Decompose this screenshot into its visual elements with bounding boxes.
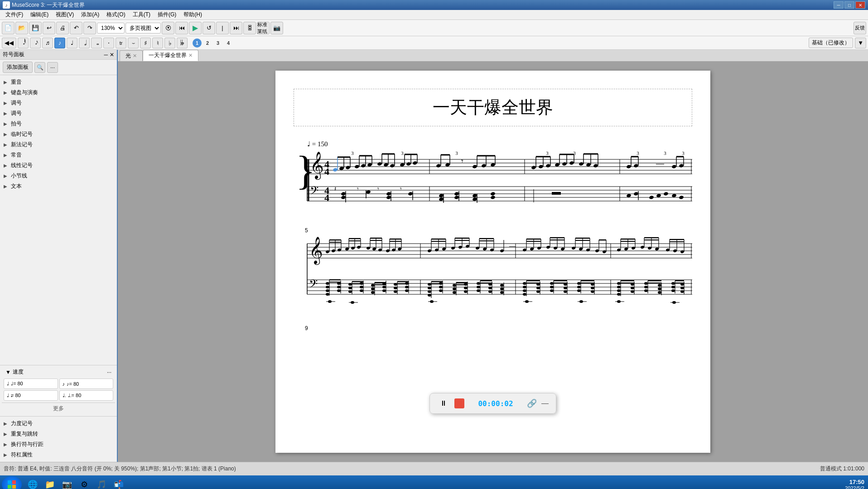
rewind-button[interactable]: ⏮ <box>175 22 188 34</box>
undo-history-button[interactable]: ↩ <box>43 22 55 34</box>
slur-button[interactable]: ⌣ <box>128 38 139 48</box>
tempo-item-4[interactable]: ♩. ♩.= 80 <box>59 390 114 401</box>
tempo-item-3[interactable]: ♩ 𝅗= 80 <box>4 390 58 401</box>
open-file-button[interactable]: 📂 <box>15 22 28 34</box>
recording-more-button[interactable]: — <box>541 399 549 408</box>
voice-2-button[interactable]: 2 <box>203 38 212 48</box>
zoom-select[interactable]: 130% 100% 150% <box>97 23 125 34</box>
note-64th[interactable]: 𝅘𝅥𝅲 <box>18 38 29 48</box>
svg-rect-430 <box>8 485 11 489</box>
double-flat-button[interactable]: 𝄫 <box>177 38 188 48</box>
start-button[interactable] <box>2 476 22 489</box>
tempo-header[interactable]: ▼ 速度 ··· <box>2 367 115 377</box>
sidebar-item-repeat-jump[interactable]: ▶ 重复与跳转 <box>0 429 117 439</box>
svg-point-42 <box>354 164 359 168</box>
note-32nd[interactable]: 𝅘𝅥𝅯 <box>30 38 41 48</box>
sidebar-item-line-break[interactable]: ▶ 换行符与行距 <box>0 439 117 450</box>
voice-toggle-button[interactable]: ◀◀ <box>2 38 16 48</box>
sidebar-item-clef[interactable]: ▶ 调号 <box>0 98 117 108</box>
sidebar-item-linear[interactable]: ▶ 线性记号 <box>0 160 117 171</box>
taskbar-mail-icon[interactable]: 📬 <box>111 476 127 489</box>
mode-more-button[interactable]: ▼ <box>855 38 866 48</box>
menu-plugins[interactable]: 插件(G) <box>154 10 180 19</box>
menu-tools[interactable]: 工具(T) <box>129 10 154 19</box>
menu-edit[interactable]: 编辑(E) <box>27 10 52 19</box>
tab-light[interactable]: 光 ✕ <box>120 50 143 61</box>
sidebar-item-beam-props[interactable]: ▶ 符杠属性 <box>0 450 117 460</box>
note-quarter[interactable]: ♩ <box>67 38 77 48</box>
sidebar-item-dynamics[interactable]: ▶ 力度记号 <box>0 418 117 429</box>
play-button[interactable]: ▶ <box>189 22 202 34</box>
voice-3-button[interactable]: 3 <box>213 38 222 48</box>
voice-1-button[interactable]: 1 <box>193 38 202 48</box>
sidebar-item-new-method[interactable]: ▶ 新法记号 <box>0 139 117 150</box>
voice-4-button[interactable]: 4 <box>224 38 233 48</box>
minimize-button[interactable]: ─ <box>834 1 844 9</box>
tab-score-close[interactable]: ✕ <box>188 53 193 58</box>
close-button[interactable]: ✕ <box>855 1 865 9</box>
svg-point-110 <box>341 195 346 199</box>
svg-point-292 <box>360 286 363 288</box>
sidebar-close-icon[interactable]: ✕ <box>110 52 114 58</box>
feedback-button[interactable]: 反馈 <box>854 22 866 34</box>
note-16th[interactable]: ♬ <box>42 38 53 48</box>
loop-button[interactable]: ↺ <box>203 22 215 34</box>
sidebar-minimize-icon[interactable]: ─ <box>104 52 108 58</box>
maximize-button[interactable]: □ <box>844 1 854 9</box>
toggle-playback-button[interactable]: ⦿ <box>162 22 174 34</box>
taskbar-settings-icon[interactable]: ⚙ <box>76 476 92 489</box>
separator-button[interactable]: | <box>216 22 229 34</box>
tempo-more-icon[interactable]: ··· <box>107 369 111 375</box>
sidebar-item-common-tones[interactable]: ▶ 常音 <box>0 150 117 160</box>
menu-help[interactable]: 帮助(H) <box>180 10 206 19</box>
note-half[interactable]: 𝅗𝅥 <box>79 38 90 48</box>
note-whole[interactable]: 𝅝 <box>91 38 102 48</box>
recording-link-button[interactable]: 🔗 <box>527 398 537 408</box>
standard-paper-button[interactable]: 标准莱纸 <box>257 22 270 34</box>
redo-button[interactable]: ↷ <box>83 22 96 34</box>
add-panel-button[interactable]: 添加面板 <box>3 62 33 73</box>
sidebar-item-barline[interactable]: ▶ 小节线 <box>0 171 117 181</box>
svg-point-262 <box>647 246 651 250</box>
taskbar-photos-icon[interactable]: 📷 <box>59 476 75 489</box>
recording-pause-button[interactable]: ⏸ <box>437 397 450 410</box>
next-button[interactable]: ⏭ <box>230 22 242 34</box>
undo-button[interactable]: ↶ <box>70 22 82 34</box>
note-eighth[interactable]: ♪ <box>54 38 65 48</box>
tempo-more-button[interactable]: 更多 <box>2 403 115 414</box>
recording-stop-button[interactable] <box>454 398 464 408</box>
mixer-button[interactable]: 🎛 <box>243 22 256 34</box>
view-mode-select[interactable]: 多页视图 单页视图 <box>125 23 161 34</box>
natural-button[interactable]: ♮ <box>152 38 163 48</box>
camera-button[interactable]: 📷 <box>270 22 283 34</box>
trill-button[interactable]: tr <box>116 38 126 48</box>
tab-score[interactable]: 一天干爆全世界 ✕ <box>143 50 198 61</box>
tempo-item-1[interactable]: ♩ ♩= 80 <box>4 379 58 389</box>
flat-button[interactable]: ♭ <box>164 38 175 48</box>
taskbar-explorer-icon[interactable]: 📁 <box>42 476 58 489</box>
sidebar-item-key[interactable]: ▶ 调号 <box>0 108 117 119</box>
taskbar-musescore-icon[interactable]: 🎵 <box>93 476 110 489</box>
tab-light-close[interactable]: ✕ <box>133 53 137 59</box>
sidebar-item-accent[interactable]: ▶ 重音 <box>0 77 117 87</box>
sidebar-item-keyboard[interactable]: ▶ 键盘与演奏 <box>0 87 117 98</box>
sidebar-item-time[interactable]: ▶ 拍号 <box>0 119 117 129</box>
sidebar-item-accidentals[interactable]: ▶ 临时记号 <box>0 129 117 139</box>
tree-arrow-clef: ▶ <box>4 101 9 105</box>
menu-file[interactable]: 文件(F) <box>2 10 27 19</box>
print-button[interactable]: 🖨 <box>56 22 69 34</box>
search-button[interactable]: 🔍 <box>34 62 45 73</box>
sidebar-item-text[interactable]: ▶ 文本 <box>0 181 117 192</box>
more-options-button[interactable]: ··· <box>47 62 58 73</box>
menu-format[interactable]: 格式(O) <box>103 10 129 19</box>
mode-dropdown[interactable]: 基础（已修改） <box>809 38 853 48</box>
score-area[interactable]: 一天干爆全世界 ♩ = 150 } <box>118 62 868 462</box>
menu-add[interactable]: 添加(A) <box>77 10 103 19</box>
save-button[interactable]: 💾 <box>29 22 42 34</box>
tempo-item-2[interactable]: ♪ ♪= 80 <box>59 379 114 389</box>
augmentation-dot[interactable]: · <box>103 38 114 48</box>
menu-view[interactable]: 视图(V) <box>52 10 77 19</box>
taskbar-ie-icon[interactable]: 🌐 <box>24 476 41 489</box>
new-file-button[interactable]: 📄 <box>2 22 14 34</box>
sharp-button[interactable]: ♯ <box>140 38 151 48</box>
